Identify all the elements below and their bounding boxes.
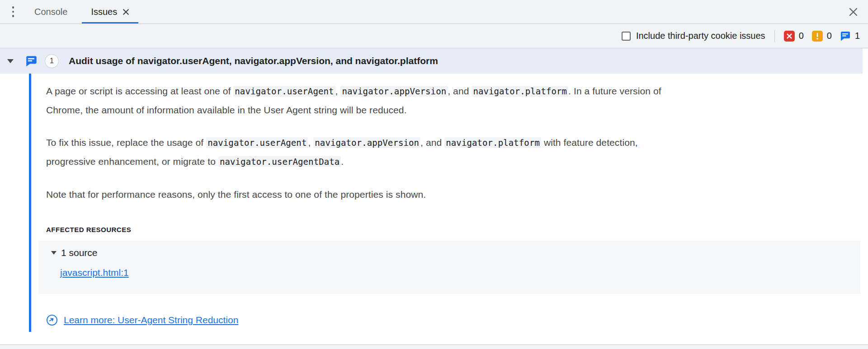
panel-bottom-strip <box>0 344 868 349</box>
issue-count-badge: 1 <box>45 54 59 68</box>
tab-console[interactable]: Console <box>24 0 77 23</box>
tab-issues[interactable]: Issues <box>82 0 138 23</box>
third-party-cookie-label: Include third-party cookie issues <box>636 31 765 41</box>
learn-more-link[interactable]: Learn more: User-Agent String Reduction <box>64 315 238 326</box>
issue-description-paragraph: A page or script is accessing at least o… <box>46 82 863 119</box>
messages-count-group: 1 <box>840 31 860 42</box>
sources-toggle[interactable]: 1 source <box>51 246 860 260</box>
source-link[interactable]: javascript.html:1 <box>60 267 129 278</box>
devtools-issues-panel: Console Issues Include third-party cooki… <box>0 0 868 349</box>
issue-title: Audit usage of navigator.userAgent, navi… <box>69 56 438 66</box>
issue-description-paragraph: Note that for performance reasons, only … <box>46 185 863 204</box>
warning-badge-icon <box>812 31 823 42</box>
learn-more-row: Learn more: User-Agent String Reduction <box>46 314 863 326</box>
tab-issues-label: Issues <box>91 7 117 17</box>
issue-header[interactable]: 1 Audit usage of navigator.userAgent, na… <box>0 48 863 74</box>
expand-caret-icon[interactable] <box>7 59 14 63</box>
learn-more-arrow-icon <box>46 314 58 326</box>
sources-caret-icon <box>51 251 57 255</box>
issue-card: 1 Audit usage of navigator.userAgent, na… <box>0 48 863 332</box>
warnings-count-group: 0 <box>812 31 832 42</box>
affected-resources-heading: AFFECTED RESOURCES <box>46 225 863 234</box>
third-party-cookie-checkbox[interactable] <box>622 32 631 41</box>
message-badge-icon <box>840 31 851 42</box>
improvement-message-icon <box>25 55 38 67</box>
issue-body: A page or script is accessing at least o… <box>29 74 863 332</box>
issues-toolbar: Include third-party cookie issues 0 0 1 <box>0 24 868 48</box>
tab-console-label: Console <box>34 7 67 17</box>
error-badge-icon <box>784 31 795 42</box>
tab-bar: Console Issues <box>0 0 868 24</box>
issue-description-paragraph: To fix this issue, replace the usage of … <box>46 133 863 171</box>
page-errors-count: 0 <box>799 31 804 41</box>
toolbar-divider <box>774 30 775 42</box>
page-errors-count-group: 0 <box>784 31 804 42</box>
sources-toggle-label: 1 source <box>61 246 98 260</box>
warnings-count: 0 <box>827 31 832 41</box>
tab-close-icon[interactable] <box>123 9 129 15</box>
close-panel-icon[interactable] <box>849 7 858 17</box>
messages-count: 1 <box>855 31 860 41</box>
affected-resources-box: 1 source javascript.html:1 <box>38 241 860 294</box>
source-link-row: javascript.html:1 <box>60 266 860 280</box>
more-tools-menu-icon[interactable] <box>10 5 16 19</box>
